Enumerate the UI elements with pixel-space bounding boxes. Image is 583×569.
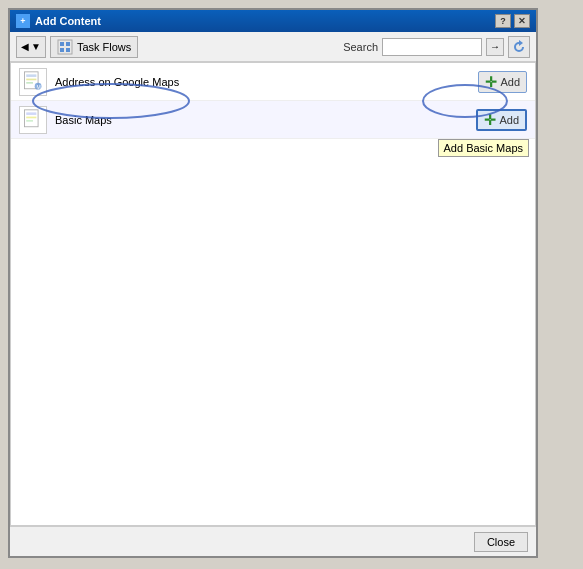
- refresh-icon: [511, 39, 527, 55]
- svg-rect-7: [26, 78, 36, 80]
- content-list: M Address on Google Maps ✛ Add: [10, 62, 536, 526]
- task-flows-button[interactable]: Task Flows: [50, 36, 138, 58]
- refresh-button[interactable]: [508, 36, 530, 58]
- svg-rect-12: [26, 112, 36, 115]
- search-label: Search: [343, 41, 378, 53]
- footer: Close: [10, 526, 536, 556]
- add-label: Add: [500, 76, 520, 88]
- basic-maps-icon: [19, 106, 47, 134]
- add-label: Add: [499, 114, 519, 126]
- item-left: Basic Maps: [19, 106, 112, 134]
- help-button[interactable]: ?: [495, 14, 511, 28]
- window-title: Add Content: [35, 15, 101, 27]
- toolbar: ◀ ▼ Task Flows Search →: [10, 32, 536, 62]
- back-icon: ◀: [21, 41, 29, 52]
- taskflows-icon: [57, 39, 73, 55]
- tooltip-text: Add Basic Maps: [444, 142, 523, 154]
- close-button[interactable]: Close: [474, 532, 528, 552]
- add-basic-maps-button[interactable]: ✛ Add: [476, 109, 527, 131]
- map-doc-icon: M: [22, 71, 44, 93]
- search-go-button[interactable]: →: [486, 38, 504, 56]
- add-icon: ✛: [485, 75, 497, 89]
- address-maps-icon: M: [19, 68, 47, 96]
- search-area: Search →: [343, 36, 530, 58]
- add-address-maps-button[interactable]: ✛ Add: [478, 71, 527, 93]
- item-name: Address on Google Maps: [55, 76, 179, 88]
- item-name: Basic Maps: [55, 114, 112, 126]
- task-flows-label: Task Flows: [77, 41, 131, 53]
- svg-rect-4: [66, 48, 70, 52]
- add-content-icon: +: [16, 14, 30, 28]
- search-input[interactable]: [382, 38, 482, 56]
- item-left: M Address on Google Maps: [19, 68, 179, 96]
- title-bar-buttons: ? ✕: [495, 14, 530, 28]
- title-bar-left: + Add Content: [16, 14, 101, 28]
- add-content-window: + Add Content ? ✕ ◀ ▼ Task Flows: [8, 8, 538, 558]
- svg-rect-8: [26, 82, 33, 84]
- svg-rect-14: [26, 120, 33, 122]
- svg-text:M: M: [36, 83, 40, 89]
- svg-rect-11: [25, 109, 39, 126]
- title-bar: + Add Content ? ✕: [10, 10, 536, 32]
- maps-doc-icon: [22, 109, 44, 131]
- list-item: Basic Maps ✛ Add: [11, 101, 535, 139]
- svg-rect-3: [60, 48, 64, 52]
- back-button[interactable]: ◀ ▼: [16, 36, 46, 58]
- svg-rect-1: [60, 42, 64, 46]
- dropdown-icon: ▼: [31, 41, 41, 52]
- close-title-button[interactable]: ✕: [514, 14, 530, 28]
- tooltip: Add Basic Maps: [438, 139, 529, 157]
- svg-rect-2: [66, 42, 70, 46]
- svg-rect-6: [26, 74, 36, 77]
- arrow-right-icon: →: [490, 41, 500, 52]
- list-item: M Address on Google Maps ✛ Add: [11, 63, 535, 101]
- add-icon: ✛: [484, 113, 496, 127]
- svg-rect-13: [26, 116, 36, 118]
